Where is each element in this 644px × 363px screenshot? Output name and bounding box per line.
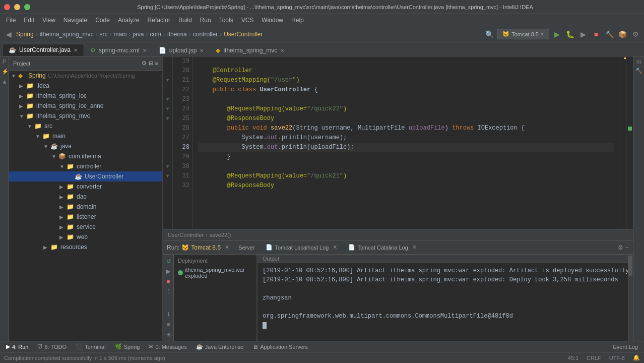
- menu-code[interactable]: Code: [91, 16, 114, 25]
- output-scrollbar[interactable]: [628, 255, 633, 341]
- tree-item-spring[interactable]: ▼ ◆ Spring C:\Users\Apple\IdeaProjects\S…: [9, 71, 162, 81]
- sdk-button[interactable]: 📦: [617, 29, 628, 40]
- tab-close-module[interactable]: ✕: [280, 48, 284, 53]
- project-icon[interactable]: P: [3, 58, 6, 65]
- build-button[interactable]: 🔨: [604, 29, 615, 40]
- tree-item-idea[interactable]: ▶ 📁 .idea: [9, 81, 162, 91]
- fold-line[interactable]: ▼: [163, 114, 172, 124]
- editor-content[interactable]: ▼ ▼ ▼ ▼ ▼ ▼ 19 20 21 22 23 24: [163, 56, 633, 229]
- encoding[interactable]: UTF-8: [609, 355, 625, 361]
- menu-window[interactable]: Window: [257, 16, 287, 25]
- menu-analyze[interactable]: Analyze: [114, 16, 144, 25]
- breadcrumb-main[interactable]: main: [113, 31, 126, 38]
- run-tab-catalina-log[interactable]: 📄Tomcat Catalina Log ✕: [343, 243, 421, 252]
- tree-item-ioc[interactable]: ▶ 📁 itheima_spring_ioc: [9, 91, 162, 101]
- sidebar-settings-icon[interactable]: ≡: [155, 60, 158, 67]
- minimize-button[interactable]: [14, 4, 20, 10]
- deployment-item[interactable]: itheima_spring_mvc:war exploded: [176, 266, 254, 280]
- bottom-tab-terminal[interactable]: ⬛ Terminal: [72, 342, 110, 351]
- menu-refactor[interactable]: Refactor: [144, 16, 174, 25]
- fold-line[interactable]: ▼: [163, 162, 172, 171]
- editor-scrollbar[interactable]: [619, 56, 626, 229]
- menu-build[interactable]: Build: [174, 16, 196, 25]
- fold-line[interactable]: ▼: [163, 104, 172, 114]
- menu-run[interactable]: Run: [196, 16, 215, 25]
- search-btn[interactable]: 🔍: [484, 29, 495, 40]
- fold-line[interactable]: ▼: [163, 171, 172, 181]
- settings-button[interactable]: ⚙: [630, 29, 641, 40]
- menu-file[interactable]: File: [2, 16, 20, 25]
- tree-item-web[interactable]: ▶ 📁 web: [9, 232, 162, 242]
- breadcrumb-src[interactable]: src: [99, 31, 107, 38]
- fold-line[interactable]: ▼: [163, 95, 172, 104]
- breadcrumb-itheima[interactable]: itheima: [167, 31, 187, 38]
- build-icon[interactable]: 🔨: [635, 68, 642, 74]
- tree-item-java[interactable]: ▼ ☕ java: [9, 141, 162, 151]
- run-button[interactable]: ▶: [551, 29, 562, 40]
- line-ending[interactable]: CRLF: [587, 355, 601, 361]
- tree-item-comitheima[interactable]: ▼ 📦 com.itheima: [9, 151, 162, 161]
- menu-vcs[interactable]: VCS: [237, 16, 258, 25]
- structure-icon[interactable]: ⚡: [1, 69, 8, 75]
- breadcrumb-java[interactable]: java: [133, 31, 144, 38]
- menu-navigate[interactable]: Navigate: [59, 16, 91, 25]
- tree-item-src[interactable]: ▼ 📁 src: [9, 121, 162, 131]
- run-settings-icon[interactable]: ⚙: [618, 244, 623, 251]
- notifications-icon[interactable]: 🔔: [633, 354, 640, 361]
- run-coverage-button[interactable]: ▶: [577, 29, 589, 40]
- tree-item-listener[interactable]: ▶ 📁 listener: [9, 212, 162, 222]
- close-localhost-log[interactable]: ✕: [333, 244, 337, 251]
- run-layout-button[interactable]: ⊞: [164, 330, 173, 339]
- run-close-btn[interactable]: ✕: [225, 244, 229, 251]
- tree-item-mvc[interactable]: ▼ 📁 itheima_spring_mvc: [9, 111, 162, 121]
- menu-tools[interactable]: Tools: [215, 16, 237, 25]
- breadcrumb-class[interactable]: UserController: [224, 31, 263, 38]
- tree-item-dao[interactable]: ▶ 📁 dao: [9, 192, 162, 202]
- breadcrumb-spring[interactable]: Spring: [16, 31, 34, 38]
- bottom-tab-todo[interactable]: ☑ 6: TODO: [33, 342, 71, 351]
- tab-close-upload[interactable]: ✕: [200, 48, 204, 53]
- tab-usercontroller[interactable]: ☕ UserController.java ✕: [2, 44, 84, 56]
- close-catalina-log[interactable]: ✕: [412, 244, 417, 251]
- sidebar-gear-icon[interactable]: ⚙: [142, 60, 147, 67]
- toolbar-back[interactable]: ◀: [3, 29, 14, 40]
- tree-item-main[interactable]: ▼ 📁 main: [9, 131, 162, 141]
- tab-close-springmvc[interactable]: ✕: [143, 48, 147, 53]
- bottom-tab-eventlog[interactable]: Event Log: [609, 343, 642, 351]
- bottom-tab-run[interactable]: ▶ 4: Run: [2, 342, 32, 351]
- rerun-button[interactable]: ↺: [164, 257, 173, 266]
- maximize-button[interactable]: [24, 4, 30, 10]
- tab-springmvc[interactable]: ⚙ spring-mvc.xml ✕: [84, 45, 153, 56]
- run-config-button[interactable]: 🐱 Tomcat 8.5 ▾: [497, 29, 549, 39]
- more-run-button[interactable]: ⋮: [164, 287, 173, 296]
- run-tab-localhost-log[interactable]: 📄Tomcat Localhost Log ✕: [261, 243, 342, 252]
- tab-close-usercontroller[interactable]: ✕: [74, 47, 78, 53]
- bottom-tab-servers[interactable]: 🖥 Application Servers: [248, 343, 312, 351]
- stop-run-button[interactable]: ■: [164, 277, 173, 286]
- tree-item-resources[interactable]: ▶ 📁 resources: [9, 242, 162, 252]
- tree-item-service[interactable]: ▶ 📁 service: [9, 222, 162, 232]
- bottom-tab-spring[interactable]: 🌿 Spring: [111, 342, 144, 351]
- bottom-tab-enterprise[interactable]: ☕ Java Enterprise: [192, 342, 247, 351]
- tab-module[interactable]: ◆ itheima_spring_mvc ✕: [210, 45, 290, 56]
- close-button[interactable]: [4, 4, 10, 10]
- breadcrumb-controller[interactable]: controller: [193, 31, 218, 38]
- filter-button[interactable]: ≡: [164, 320, 173, 329]
- bottom-tab-messages[interactable]: ✉ 0: Messages: [145, 342, 190, 351]
- cursor-position[interactable]: 45:1: [568, 355, 578, 361]
- fold-line[interactable]: ▼: [163, 76, 172, 85]
- run-output[interactable]: [2019-01-10 08:52:16,800] Artifact ithei…: [257, 263, 628, 341]
- breadcrumb-com[interactable]: com: [150, 31, 161, 38]
- maven-icon[interactable]: m: [636, 58, 641, 65]
- sidebar-layout-icon[interactable]: ⊞: [149, 60, 153, 67]
- favorites-icon[interactable]: ★: [2, 79, 7, 86]
- tab-upload[interactable]: 📄 upload.jsp ✕: [153, 45, 210, 56]
- resume-button[interactable]: ▶: [164, 267, 173, 276]
- tree-item-controller[interactable]: ▼ 📁 controller: [9, 161, 162, 171]
- code-editor[interactable]: @Controller @RequestMapping("/user") pub…: [193, 56, 619, 229]
- scroll-end-button[interactable]: ⤓: [164, 310, 173, 319]
- menu-edit[interactable]: Edit: [20, 16, 38, 25]
- tree-item-domain[interactable]: ▶ 📁 domain: [9, 202, 162, 212]
- stop-button[interactable]: ■: [591, 29, 602, 40]
- run-minimize-icon[interactable]: −: [625, 244, 629, 251]
